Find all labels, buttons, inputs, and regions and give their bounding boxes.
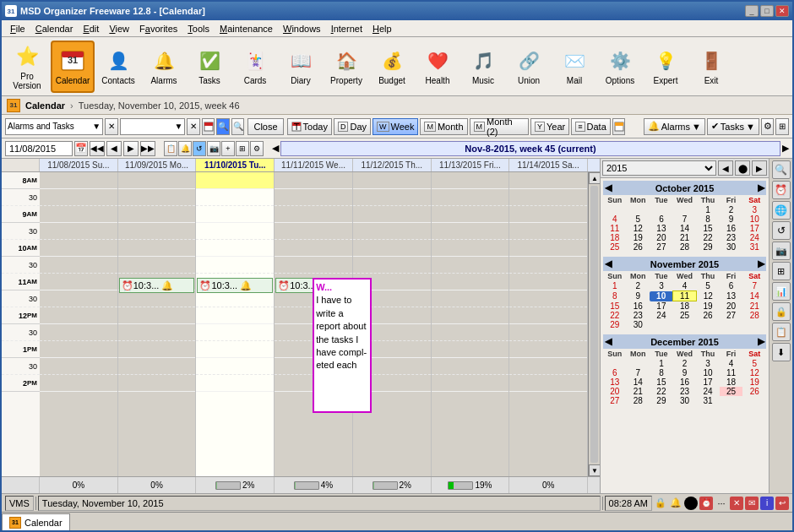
day-column-1[interactable]: ⏰10:3... 🔔 ⏰01:0... 🔔 (118, 172, 197, 476)
search-filter-dropdown[interactable]: ▼ (120, 118, 186, 135)
menu-view[interactable]: View (104, 22, 134, 35)
tasks-button-view[interactable]: ✔ Tasks ▼ (707, 118, 759, 135)
view-data-button[interactable]: ≡ Data (571, 118, 611, 135)
nov-prev-nav[interactable]: ◀ (605, 258, 612, 269)
restore-button[interactable]: □ (760, 5, 774, 17)
next-button[interactable]: ▶ (123, 141, 139, 156)
panel-down-icon[interactable]: ⬇ (772, 343, 791, 361)
mode-icon-3[interactable]: ↺ (193, 141, 206, 156)
panel-note-icon[interactable]: 📋 (772, 323, 791, 341)
menu-tools[interactable]: Tools (182, 22, 215, 35)
status-dots-icon[interactable]: ··· (715, 497, 728, 510)
prev-button[interactable]: ◀ (106, 141, 122, 156)
prev-far-button[interactable]: ◀◀ (90, 141, 105, 156)
status-circle-icon[interactable] (684, 497, 698, 510)
view-week-button[interactable]: W Week (373, 118, 418, 135)
alarms-button[interactable]: 🔔 Alarms (142, 41, 186, 93)
next-arrow[interactable]: ▶ (782, 143, 789, 154)
mode-icon-4[interactable]: 📷 (207, 141, 220, 156)
calendar-tab[interactable]: 31 Calendar (2, 513, 70, 530)
calendar-small-icon[interactable] (202, 118, 215, 135)
event-day2-1030[interactable]: ⏰10:3... 🔔 (197, 278, 273, 293)
panel-lock-icon[interactable]: 🔒 (772, 302, 791, 321)
calendar-button[interactable]: 31 Calendar (51, 41, 95, 93)
panel-search-icon[interactable]: 🔍 (772, 160, 791, 179)
close-button[interactable]: ✕ (775, 5, 789, 17)
menu-favorites[interactable]: Favorites (134, 22, 182, 35)
panel-grid-icon[interactable]: ⊞ (772, 262, 791, 280)
year-home-button[interactable]: ⬤ (735, 160, 750, 176)
day-header-4[interactable]: 11/12/2015 Th... (353, 159, 432, 171)
mode-icon-5[interactable]: + (221, 141, 235, 156)
status-red2-icon[interactable]: ✕ (730, 497, 743, 510)
day-column-5[interactable]: ⏰1... (432, 172, 510, 476)
contacts-button[interactable]: 👤 Contacts (96, 41, 140, 93)
menu-help[interactable]: Help (367, 22, 397, 35)
budget-button[interactable]: 💰 Budget (370, 41, 414, 93)
view-day-button[interactable]: D Day (334, 118, 371, 135)
day-header-3[interactable]: 11/11/2015 We... (275, 159, 353, 171)
menu-calendar[interactable]: Calendar (30, 22, 79, 35)
music-button[interactable]: 🎵 Music (461, 41, 505, 93)
view-year-button[interactable]: Y Year (530, 118, 569, 135)
tasks-button[interactable]: ✅ Tasks (188, 41, 231, 93)
grid-icon[interactable]: ⊞ (775, 118, 789, 135)
menu-maintenance[interactable]: Maintenance (215, 22, 278, 35)
health-button[interactable]: ❤️ Health (416, 41, 460, 93)
day-column-2[interactable]: ⏰10:3... 🔔 (196, 172, 275, 476)
panel-chart-icon[interactable]: 📊 (772, 282, 791, 301)
search-clear-button[interactable]: ✕ (187, 118, 200, 135)
status-red-icon[interactable]: ⏰ (699, 497, 713, 510)
oct-next-nav[interactable]: ▶ (758, 182, 764, 193)
calendar-scroll[interactable]: 8 AM 30 9 AM 30 10 AM 30 11 AM 30 12 PM … (2, 172, 588, 476)
cards-button[interactable]: 🃏 Cards (233, 41, 277, 93)
year-next-button[interactable]: ▶ (752, 160, 767, 176)
day-column-0[interactable] (40, 172, 118, 476)
status-info-icon[interactable]: i (760, 497, 774, 510)
today-cell[interactable]: 10 (650, 291, 673, 301)
dec-25-highlighted[interactable]: 25 (720, 387, 743, 396)
property-button[interactable]: 🏠 Property (324, 41, 368, 93)
view-month2-button[interactable]: M Month (2) (470, 118, 530, 135)
diary-button[interactable]: 📖 Diary (279, 41, 323, 93)
exit-button[interactable]: 🚪 Exit (689, 41, 733, 93)
union-button[interactable]: 🔗 Union (507, 41, 551, 93)
view-today-button[interactable]: T Today (287, 118, 332, 135)
menu-windows[interactable]: Windows (278, 22, 326, 35)
date-input[interactable] (5, 141, 73, 156)
mode-icon-7[interactable]: ⚙ (250, 141, 264, 156)
day-header-2[interactable]: 11/10/2015 Tu... (196, 159, 275, 171)
prev-arrow[interactable]: ◀ (272, 143, 279, 154)
scroll-down-button[interactable]: ▼ (589, 464, 600, 476)
dropdown-clear-button[interactable]: ✕ (105, 118, 118, 135)
day-header-5[interactable]: 11/13/2015 Fri... (432, 159, 510, 171)
expert-button[interactable]: 💡 Expert (644, 41, 688, 93)
alarms-tasks-dropdown[interactable]: Alarms and Tasks ▼ (5, 118, 103, 135)
menu-edit[interactable]: Edit (78, 22, 104, 35)
dec-next-nav[interactable]: ▶ (758, 336, 764, 347)
close-button[interactable]: Close (247, 118, 283, 135)
mode-icon-1[interactable]: 📋 (164, 141, 177, 156)
status-alarm-icon[interactable]: 🔔 (669, 497, 683, 510)
alarms-button-view[interactable]: 🔔 Alarms ▼ (644, 118, 705, 135)
vertical-scrollbar[interactable]: ▲ ▼ (588, 172, 600, 476)
options-button[interactable]: ⚙️ Options (598, 41, 642, 93)
panel-photo-icon[interactable]: 📷 (772, 242, 791, 260)
nov-next-nav[interactable]: ▶ (758, 258, 764, 269)
mode-icon-6[interactable]: ⊞ (236, 141, 249, 156)
filter-icon[interactable]: 🔍 (231, 118, 245, 135)
pro-version-button[interactable]: ⭐ Pro Version (5, 41, 49, 93)
menu-internet[interactable]: Internet (326, 22, 367, 35)
settings-icon[interactable]: ⚙ (761, 118, 775, 135)
day-header-1[interactable]: 11/09/2015 Mo... (118, 159, 197, 171)
year-selector[interactable]: 2015 (602, 160, 716, 176)
status-lock-icon[interactable]: 🔒 (654, 497, 667, 510)
scroll-up-button[interactable]: ▲ (589, 172, 600, 184)
panel-alarm-icon[interactable]: ⏰ (772, 181, 791, 199)
panel-refresh-icon[interactable]: ↺ (772, 221, 791, 240)
event-day1-1030[interactable]: ⏰10:3... 🔔 (119, 278, 195, 293)
dec-prev-nav[interactable]: ◀ (605, 336, 612, 347)
panel-globe-icon[interactable]: 🌐 (772, 201, 791, 220)
mode-icon-2[interactable]: 🔔 (178, 141, 192, 156)
menu-file[interactable]: File (5, 22, 30, 35)
